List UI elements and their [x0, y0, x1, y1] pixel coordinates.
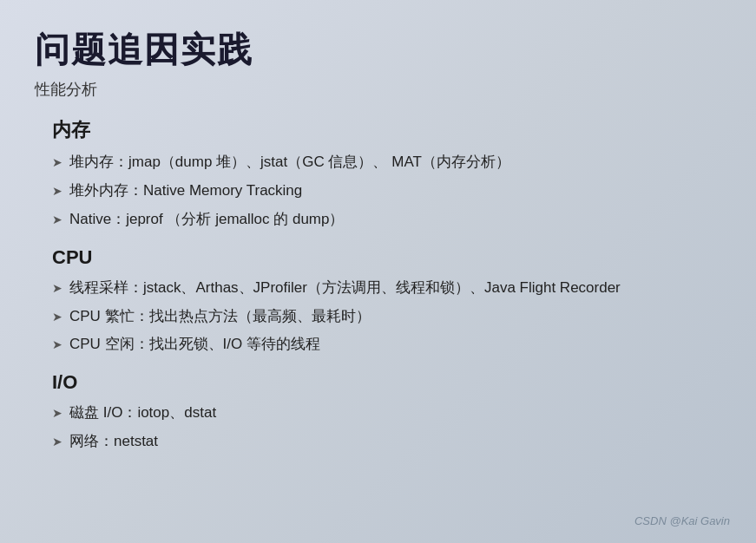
list-item-text: CPU 繁忙：找出热点方法（最高频、最耗时） [69, 304, 371, 330]
list-item-text: 堆外内存：Native Memory Tracking [69, 179, 302, 204]
sections-container: 内存➤堆内存：jmap（dump 堆）、jstat（GC 信息）、 MAT（内存… [35, 117, 721, 455]
bullet-arrow-icon: ➤ [52, 210, 62, 231]
subtitle: 性能分析 [35, 79, 721, 100]
main-title: 问题追因实践 [35, 26, 721, 74]
section-memory: 内存➤堆内存：jmap（dump 堆）、jstat（GC 信息）、 MAT（内存… [35, 117, 721, 232]
page-container: 问题追因实践 性能分析 内存➤堆内存：jmap（dump 堆）、jstat（GC… [0, 0, 756, 543]
list-item: ➤堆内存：jmap（dump 堆）、jstat（GC 信息）、 MAT（内存分析… [52, 150, 721, 175]
section-cpu: CPU➤线程采样：jstack、Arthas、JProfiler（方法调用、线程… [35, 246, 721, 358]
list-item-text: 网络：netstat [69, 429, 158, 455]
bullet-arrow-icon: ➤ [52, 335, 62, 356]
list-item: ➤网络：netstat [52, 429, 721, 455]
section-title-cpu: CPU [52, 246, 721, 269]
watermark: CSDN @Kai Gavin [634, 514, 730, 527]
list-item: ➤CPU 繁忙：找出热点方法（最高频、最耗时） [52, 304, 721, 330]
list-item: ➤线程采样：jstack、Arthas、JProfiler（方法调用、线程和锁）… [52, 276, 721, 301]
section-io: I/O➤磁盘 I/O：iotop、dstat➤网络：netstat [35, 371, 721, 455]
bullet-list-cpu: ➤线程采样：jstack、Arthas、JProfiler（方法调用、线程和锁）… [52, 276, 721, 358]
list-item: ➤Native：jeprof （分析 jemalloc 的 dump） [52, 207, 721, 232]
list-item-text: Native：jeprof （分析 jemalloc 的 dump） [69, 207, 344, 232]
bullet-arrow-icon: ➤ [52, 403, 62, 424]
bullet-arrow-icon: ➤ [52, 307, 62, 328]
list-item: ➤磁盘 I/O：iotop、dstat [52, 401, 721, 426]
bullet-list-memory: ➤堆内存：jmap（dump 堆）、jstat（GC 信息）、 MAT（内存分析… [52, 150, 721, 232]
list-item-text: 堆内存：jmap（dump 堆）、jstat（GC 信息）、 MAT（内存分析） [69, 150, 510, 175]
list-item: ➤堆外内存：Native Memory Tracking [52, 179, 721, 204]
bullet-arrow-icon: ➤ [52, 278, 62, 299]
list-item-text: CPU 空闲：找出死锁、I/O 等待的线程 [69, 332, 320, 357]
list-item-text: 线程采样：jstack、Arthas、JProfiler（方法调用、线程和锁）、… [69, 276, 621, 301]
section-title-io: I/O [52, 371, 721, 394]
list-item-text: 磁盘 I/O：iotop、dstat [69, 401, 216, 426]
bullet-arrow-icon: ➤ [52, 432, 62, 453]
bullet-arrow-icon: ➤ [52, 153, 62, 173]
list-item: ➤CPU 空闲：找出死锁、I/O 等待的线程 [52, 332, 721, 357]
bullet-arrow-icon: ➤ [52, 181, 62, 202]
section-title-memory: 内存 [52, 117, 721, 143]
bullet-list-io: ➤磁盘 I/O：iotop、dstat➤网络：netstat [52, 401, 721, 455]
